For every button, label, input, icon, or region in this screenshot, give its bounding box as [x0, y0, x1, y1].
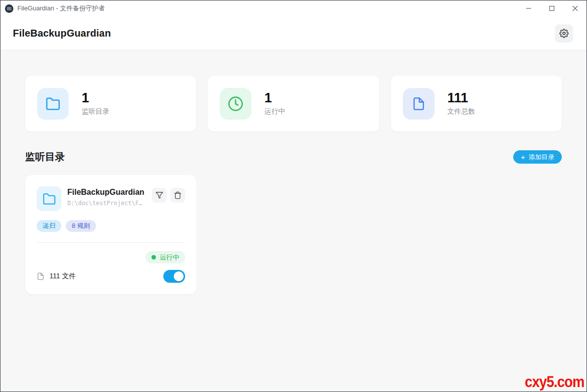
directory-actions: [152, 186, 185, 203]
stat-card-monitored-dirs: 1 监听目录: [25, 76, 196, 131]
file-icon: [37, 272, 45, 280]
settings-button[interactable]: [555, 24, 573, 43]
directory-card-header: FileBackupGuardian D:\doc\testProject\F…: [37, 186, 185, 211]
minimize-button[interactable]: [517, 0, 540, 16]
clock-icon: [220, 88, 251, 120]
app-logo-icon: [5, 4, 13, 13]
minimize-icon: [526, 5, 532, 11]
main-content: 1 监听目录 1 运行中 111 文件总数: [0, 50, 587, 294]
window-titlebar: FileGuardian - 文件备份守护者: [0, 0, 587, 16]
tag-rules-count: 8 规则: [66, 220, 96, 232]
toggle-knob: [174, 271, 184, 281]
tag-recursive: 递归: [37, 220, 61, 232]
file-count-row: 111 文件: [37, 270, 185, 283]
window-title: FileGuardian - 文件备份守护者: [17, 4, 105, 13]
stat-label: 运行中: [264, 107, 285, 116]
status-dot-icon: [151, 255, 156, 260]
close-button[interactable]: [563, 0, 587, 16]
status-row: 运行中: [37, 251, 185, 263]
directory-tags: 递归 8 规则: [37, 220, 185, 232]
page-title: FileBackupGuardian: [13, 28, 111, 39]
folder-icon: [37, 186, 61, 211]
filter-icon: [155, 191, 163, 199]
section-header-row: 监听目录 + 添加目录: [25, 150, 562, 164]
window-controls: [517, 0, 587, 16]
directory-card: FileBackupGuardian D:\doc\testProject\F…: [25, 175, 196, 294]
section-title: 监听目录: [25, 150, 65, 164]
stat-label: 文件总数: [447, 107, 475, 116]
stats-row: 1 监听目录 1 运行中 111 文件总数: [25, 76, 562, 131]
divider: [37, 242, 185, 243]
filter-rules-button[interactable]: [152, 188, 167, 203]
status-badge: 运行中: [146, 251, 185, 263]
file-count-label: 111 文件: [49, 272, 76, 281]
close-icon: [572, 5, 578, 11]
stat-value: 1: [264, 91, 285, 105]
plus-icon: +: [521, 153, 525, 161]
directory-path: D:\doc\testProject\F…: [67, 200, 152, 207]
file-icon: [403, 88, 435, 120]
add-directory-button[interactable]: + 添加目录: [513, 150, 562, 164]
trash-icon: [174, 191, 182, 199]
folder-icon: [37, 88, 69, 120]
stat-label: 监听目录: [82, 107, 109, 116]
app-header: FileBackupGuardian: [0, 16, 587, 50]
status-label: 运行中: [160, 253, 179, 262]
maximize-icon: [549, 5, 555, 11]
directory-name: FileBackupGuardian: [67, 188, 152, 197]
monitor-toggle[interactable]: [163, 270, 185, 283]
stat-value: 111: [447, 91, 475, 105]
maximize-button[interactable]: [540, 0, 563, 16]
delete-directory-button[interactable]: [170, 188, 185, 203]
stat-card-running: 1 运行中: [208, 76, 379, 131]
add-directory-label: 添加目录: [529, 153, 554, 162]
stat-card-total-files: 111 文件总数: [391, 76, 562, 131]
directory-info: FileBackupGuardian D:\doc\testProject\F…: [67, 186, 152, 207]
watermark-text: cxy5.com: [525, 373, 584, 391]
stat-value: 1: [82, 91, 109, 105]
gear-icon: [559, 29, 569, 38]
